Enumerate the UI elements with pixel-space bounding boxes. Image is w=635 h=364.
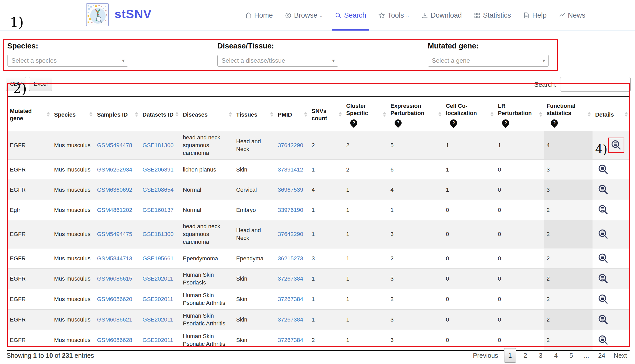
pagination-page-1[interactable]: 1	[504, 348, 516, 363]
column-header-diseases[interactable]: Diseases	[180, 97, 234, 131]
cell-co-localization: 1	[443, 160, 495, 180]
pmid-link[interactable]: 36967539	[278, 187, 303, 193]
pagination-page-4[interactable]: 4	[550, 348, 562, 363]
disease-tissue-select[interactable]: Select a disease/tissue	[217, 55, 338, 67]
cell-lr-perturbation: 1	[495, 131, 544, 160]
pagination-page-3[interactable]: 3	[535, 348, 547, 363]
cell-lr-perturbation: 0	[495, 269, 544, 289]
filter-species: Species: Select a species	[7, 42, 128, 67]
column-header-expression-perturbation[interactable]: Expression Perturbation?	[388, 97, 443, 131]
help-pin-icon[interactable]: ?	[549, 118, 559, 128]
help-pin-icon[interactable]: ?	[501, 118, 510, 128]
column-header-snvs-count[interactable]: SNVs count	[309, 97, 344, 131]
column-header-cluster-specific[interactable]: Cluster Specific?	[344, 97, 388, 131]
pmid-link[interactable]: 37267384	[278, 275, 303, 282]
pmid-link[interactable]: 37642290	[278, 231, 303, 237]
pagination-previous[interactable]: Previous	[470, 352, 501, 359]
mutated-gene-label: Mutated gene:	[428, 42, 549, 50]
sample-id-link[interactable]: GSM6086621	[97, 316, 132, 323]
sample-id-link[interactable]: GSM4861202	[97, 207, 132, 213]
excel-button[interactable]: Excel	[29, 77, 52, 91]
cell-lr-perturbation: 0	[495, 289, 544, 310]
summary-text: of	[55, 352, 60, 359]
nav-label: News	[568, 11, 586, 19]
details-button[interactable]	[595, 312, 611, 327]
sample-id-link[interactable]: GSM6086615	[97, 275, 132, 282]
nav-item-search[interactable]: Search	[335, 0, 366, 31]
pmid-link[interactable]: 37267384	[278, 316, 303, 323]
cell-expression-perturbation: 3	[388, 310, 443, 330]
sample-id-link[interactable]: GSM5494478	[97, 142, 132, 148]
pmid-link[interactable]: 37267384	[278, 296, 303, 302]
column-header-tissues[interactable]: Tissues	[234, 97, 275, 131]
sample-id-link[interactable]: GSM6360692	[97, 187, 132, 193]
table-row: EGFR Mus musculus GSM5494478 GSE181300 h…	[7, 131, 630, 160]
pmid-link[interactable]: 37391412	[278, 166, 303, 173]
details-button[interactable]	[595, 333, 611, 348]
dataset-id-link[interactable]: GSE195661	[142, 255, 174, 262]
column-header-cell-co-localization[interactable]: Cell Co-localization?	[443, 97, 495, 131]
details-button[interactable]	[595, 182, 611, 197]
sample-id-link[interactable]: GSM5844713	[97, 255, 132, 262]
sample-id-link[interactable]: GSM6086620	[97, 296, 132, 302]
nav-item-tools[interactable]: Tools⌄	[378, 0, 409, 31]
dataset-id-link[interactable]: GSE202011	[142, 316, 173, 323]
pagination-page-2[interactable]: 2	[519, 348, 531, 363]
cell-snvs-count: 1	[309, 269, 344, 289]
pagination-page-24[interactable]: 24	[596, 348, 608, 363]
column-header-samples-id[interactable]: Samples ID	[94, 97, 140, 131]
dataset-id-link[interactable]: GSE160137	[142, 207, 174, 213]
cell-expression-perturbation: 1	[388, 200, 443, 220]
column-label: Expression Perturbation	[390, 103, 424, 116]
nav-item-download[interactable]: Download	[421, 0, 462, 31]
details-button[interactable]	[595, 271, 611, 287]
dataset-id-link[interactable]: GSE208654	[142, 187, 174, 193]
column-header-datasets-id[interactable]: Datasets ID	[140, 97, 180, 131]
details-magnifier-icon	[611, 140, 622, 151]
pagination-page-5[interactable]: 5	[565, 348, 577, 363]
nav-item-home[interactable]: Home	[245, 0, 273, 31]
details-button[interactable]	[608, 138, 624, 153]
mutated-gene-select[interactable]: Select a gene	[428, 55, 549, 67]
stsnv-logo[interactable]	[86, 3, 109, 26]
dataset-id-link[interactable]: GSE181300	[142, 231, 174, 237]
column-header-lr-perturbation[interactable]: LR Perturbation?	[495, 97, 544, 131]
sample-id-link[interactable]: GSM5494475	[97, 231, 132, 237]
help-pin-icon[interactable]: ?	[393, 118, 403, 128]
column-header-details[interactable]: Details	[593, 97, 630, 131]
nav-label: Statistics	[483, 11, 511, 19]
pmid-link[interactable]: 37642290	[278, 142, 303, 148]
dataset-id-link[interactable]: GSE181300	[142, 142, 174, 148]
details-button[interactable]	[595, 227, 611, 242]
dataset-id-link[interactable]: GSE202011	[142, 337, 173, 343]
column-header-functional-statistics[interactable]: Functional statistics?	[544, 97, 593, 131]
details-button[interactable]	[595, 251, 611, 266]
nav-item-statistics[interactable]: Statistics	[474, 0, 511, 31]
help-pin-icon[interactable]: ?	[349, 118, 359, 128]
sample-id-link[interactable]: GSM6086628	[97, 337, 132, 343]
column-header-mutated-gene[interactable]: Mutated gene	[7, 97, 52, 131]
pmid-link[interactable]: 33976190	[278, 207, 303, 213]
table-search-input[interactable]	[560, 77, 631, 92]
help-pin-icon[interactable]: ?	[448, 118, 458, 128]
species-select[interactable]: Select a species	[7, 55, 128, 67]
nav-item-news[interactable]: News	[559, 0, 586, 31]
details-button[interactable]	[595, 162, 611, 177]
details-button[interactable]	[595, 202, 611, 218]
sample-id-link[interactable]: GSM6252934	[97, 166, 132, 173]
column-header-species[interactable]: Species	[52, 97, 95, 131]
dataset-id-link[interactable]: GSE202011	[142, 275, 173, 282]
pmid-link[interactable]: 37267384	[278, 337, 303, 343]
nav-item-browse[interactable]: Browse⌄	[285, 0, 323, 31]
dataset-id-link[interactable]: GSE206391	[142, 166, 174, 173]
cell-samples-id: GSM5494478	[94, 131, 140, 160]
column-header-pmid[interactable]: PMID	[275, 97, 309, 131]
cell-cluster-specific: 1	[344, 220, 388, 248]
pmid-link[interactable]: 36215273	[278, 255, 303, 262]
cell-pmid: 37267384	[275, 269, 309, 289]
csv-button[interactable]: CSV	[6, 77, 26, 91]
nav-item-help[interactable]: Help	[523, 0, 547, 31]
details-button[interactable]	[595, 292, 611, 307]
pagination-next[interactable]: Next	[611, 352, 630, 359]
dataset-id-link[interactable]: GSE202011	[142, 296, 173, 302]
